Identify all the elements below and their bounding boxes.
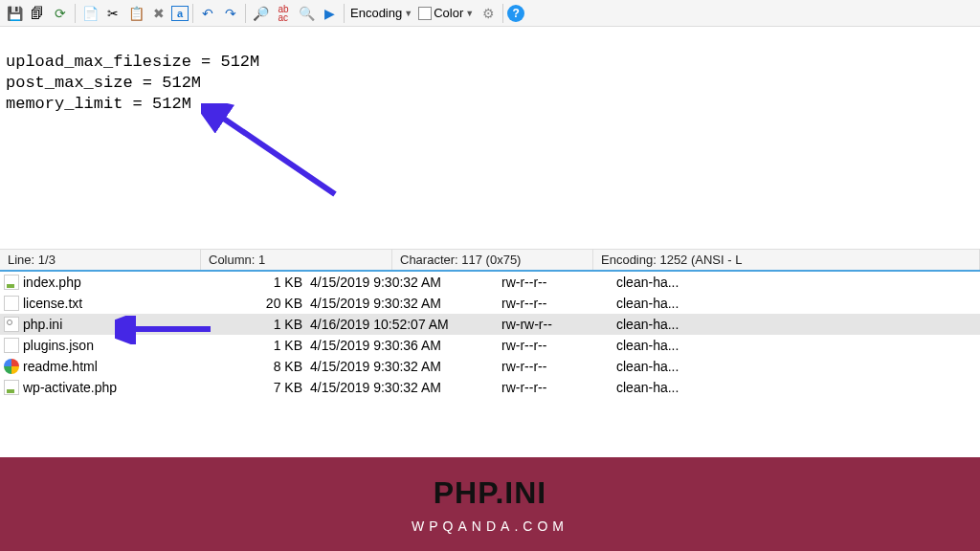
separator	[192, 4, 193, 23]
file-list[interactable]: index.php1 KB4/15/2019 9:30:32 AMrw-r--r…	[0, 272, 980, 457]
file-name: wp-activate.php	[23, 380, 117, 395]
find-icon[interactable]: 🔎	[250, 3, 271, 24]
footer-banner: PHP.INI WPQANDA.COM	[0, 457, 980, 551]
color-swatch	[418, 7, 432, 20]
file-name: index.php	[23, 275, 81, 290]
file-size: 1 KB	[249, 317, 306, 332]
status-line: Line: 1/3	[0, 250, 201, 270]
file-permissions: rw-r--r--	[498, 296, 612, 311]
editor-line: upload_max_filesize = 512M	[6, 53, 259, 71]
toolbar: 💾 🗐 ⟳ 📄 ✂ 📋 ✖ a ↶ ↷ 🔎 abac 🔍 ▶ Encoding▼…	[0, 0, 980, 27]
file-date: 4/15/2019 9:30:36 AM	[306, 338, 498, 353]
file-icon	[4, 296, 19, 311]
status-encoding: Encoding: 1252 (ANSI - L	[593, 250, 980, 270]
footer-subtitle: WPQANDA.COM	[412, 518, 568, 534]
color-dropdown[interactable]: Color▼	[416, 6, 476, 20]
help-icon[interactable]: ?	[507, 5, 524, 22]
svg-line-0	[215, 113, 335, 194]
file-owner: clean-ha...	[612, 380, 727, 395]
file-date: 4/15/2019 9:30:32 AM	[306, 296, 498, 311]
file-row[interactable]: wp-activate.php7 KB4/15/2019 9:30:32 AMr…	[0, 377, 980, 398]
encoding-dropdown[interactable]: Encoding▼	[348, 6, 414, 20]
chevron-down-icon: ▼	[404, 9, 412, 18]
file-permissions: rw-r--r--	[498, 380, 612, 395]
file-row[interactable]: index.php1 KB4/15/2019 9:30:32 AMrw-r--r…	[0, 272, 980, 293]
select-all-icon[interactable]: a	[171, 6, 189, 21]
save-all-icon[interactable]: 🗐	[27, 3, 48, 24]
undo-icon[interactable]: ↶	[197, 3, 218, 24]
file-date: 4/15/2019 9:30:32 AM	[306, 380, 498, 395]
file-name: plugins.json	[23, 338, 94, 353]
file-row[interactable]: plugins.json1 KB4/15/2019 9:30:36 AMrw-r…	[0, 335, 980, 356]
file-permissions: rw-rw-r--	[498, 317, 612, 332]
goto-icon[interactable]: ▶	[319, 3, 340, 24]
separator	[75, 4, 76, 23]
file-icon	[4, 317, 19, 332]
file-icon	[4, 275, 19, 290]
separator	[502, 4, 503, 23]
file-size: 8 KB	[249, 359, 306, 374]
status-bar: Line: 1/3 Column: 1 Character: 117 (0x75…	[0, 249, 980, 272]
file-size: 1 KB	[249, 338, 306, 353]
editor-line: post_max_size = 512M	[6, 74, 201, 92]
delete-icon[interactable]: ✖	[148, 3, 169, 24]
file-row[interactable]: php.ini1 KB4/16/2019 10:52:07 AMrw-rw-r-…	[0, 314, 980, 335]
file-icon	[4, 359, 19, 374]
annotation-arrow	[201, 103, 354, 209]
redo-icon[interactable]: ↷	[220, 3, 241, 24]
file-size: 1 KB	[249, 275, 306, 290]
file-owner: clean-ha...	[612, 296, 727, 311]
file-row[interactable]: readme.html8 KB4/15/2019 9:30:32 AMrw-r-…	[0, 356, 980, 377]
file-permissions: rw-r--r--	[498, 338, 612, 353]
status-column: Column: 1	[201, 250, 392, 270]
file-date: 4/15/2019 9:30:32 AM	[306, 359, 498, 374]
refresh-icon[interactable]: ⟳	[50, 3, 71, 24]
settings-icon[interactable]: ⚙	[478, 3, 499, 24]
save-icon[interactable]: 💾	[4, 3, 25, 24]
separator	[344, 4, 345, 23]
file-icon	[4, 338, 19, 353]
separator	[245, 4, 246, 23]
file-owner: clean-ha...	[612, 275, 727, 290]
file-icon	[4, 380, 19, 395]
find-files-icon[interactable]: 🔍	[296, 3, 317, 24]
encoding-label: Encoding	[350, 6, 402, 20]
file-date: 4/15/2019 9:30:32 AM	[306, 275, 498, 290]
footer-title: PHP.INI	[434, 475, 546, 511]
color-label: Color	[434, 6, 463, 20]
file-name: readme.html	[23, 359, 98, 374]
file-row[interactable]: license.txt20 KB4/15/2019 9:30:32 AMrw-r…	[0, 293, 980, 314]
status-character: Character: 117 (0x75)	[392, 250, 593, 270]
file-owner: clean-ha...	[612, 359, 727, 374]
file-date: 4/16/2019 10:52:07 AM	[306, 317, 498, 332]
file-size: 7 KB	[249, 380, 306, 395]
paste-icon[interactable]: 📋	[125, 3, 146, 24]
file-name: license.txt	[23, 296, 82, 311]
replace-icon[interactable]: abac	[273, 3, 294, 24]
copy-icon[interactable]: 📄	[79, 3, 100, 24]
file-owner: clean-ha...	[612, 317, 727, 332]
chevron-down-icon: ▼	[465, 9, 474, 18]
file-permissions: rw-r--r--	[498, 275, 612, 290]
cut-icon[interactable]: ✂	[102, 3, 123, 24]
editor-line: memory_limit = 512M	[6, 95, 191, 113]
file-name: php.ini	[23, 317, 62, 332]
file-size: 20 KB	[249, 296, 306, 311]
file-permissions: rw-r--r--	[498, 359, 612, 374]
editor-pane[interactable]: upload_max_filesize = 512M post_max_size…	[0, 27, 980, 249]
file-owner: clean-ha...	[612, 338, 727, 353]
